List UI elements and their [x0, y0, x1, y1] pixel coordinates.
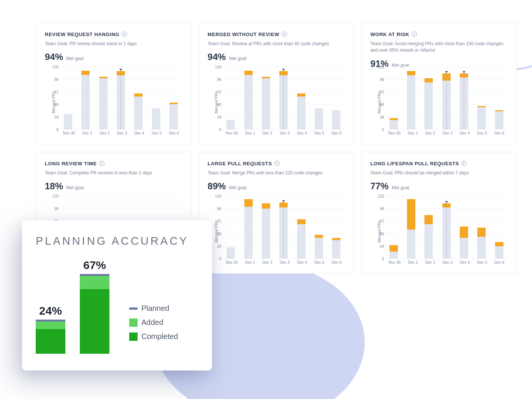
y-tick: 24	[376, 244, 384, 249]
bar	[390, 245, 398, 259]
marker-line	[283, 203, 284, 259]
bar-segment-hazard	[407, 199, 415, 230]
y-tick: 96	[213, 78, 221, 82]
card-title: LARGE PULL REQUESTS	[207, 161, 272, 166]
bars-row	[222, 196, 345, 259]
bar	[152, 108, 160, 130]
bar	[81, 71, 90, 130]
bar	[297, 93, 306, 130]
bar	[495, 242, 504, 259]
x-tick: Nov 30	[226, 130, 238, 137]
bar-segment-base	[407, 75, 415, 130]
metric-percent: 77%	[370, 181, 389, 192]
bar	[332, 110, 340, 130]
y-tick: 48	[376, 232, 384, 236]
legend-label: Completed	[141, 332, 178, 341]
info-icon[interactable]	[274, 161, 280, 166]
x-axis: Nov 30Dec 1Dec 2Dec 3Dec 4Dec 5Dec 6	[385, 130, 508, 137]
planning-stack	[36, 321, 65, 354]
card-metric: 18%Met goal	[45, 181, 182, 192]
metric-card: LARGE PULL REQUESTSTeam Goal: Merge PRs …	[199, 152, 354, 274]
planning-bar: 24%	[36, 304, 65, 354]
marker-line	[446, 203, 446, 259]
legend-swatch-completed	[129, 332, 138, 341]
legend-label: Added	[141, 318, 163, 327]
card-title: LONG REVIEW TIME	[45, 161, 97, 166]
bar	[315, 108, 323, 130]
y-tick: 48	[213, 103, 221, 107]
bar-segment-base	[407, 230, 415, 259]
y-tick: 24	[213, 244, 221, 249]
x-tick: Dec 6	[494, 259, 504, 266]
plot-area: 024487296120	[385, 67, 508, 130]
info-icon[interactable]	[122, 32, 127, 37]
info-icon[interactable]	[461, 161, 467, 166]
segment-added	[36, 321, 65, 329]
bar-segment-base	[332, 240, 340, 259]
card-subtitle: Team Goal: Review al PRs with more than …	[207, 41, 345, 47]
bar-segment-base	[262, 209, 270, 259]
bar	[442, 203, 451, 259]
bar-segment-base	[64, 114, 72, 130]
metric-label: Met goal	[229, 56, 246, 61]
y-tick: 120	[376, 194, 384, 198]
metric-label: Met goal	[229, 185, 246, 190]
card-title: WORK AT RISK	[370, 32, 410, 37]
bar-segment-base	[390, 252, 398, 259]
metric-percent: 94%	[207, 52, 226, 62]
plot-area: 024487296120	[222, 67, 345, 130]
bar-segment-base	[226, 247, 235, 259]
metric-card: REVIEW REQUEST HANGINGTeam Goal: PR revi…	[36, 23, 191, 144]
x-tick: Dec 3	[280, 130, 290, 137]
y-tick: 72	[213, 90, 221, 94]
marker-line	[446, 73, 446, 130]
bar-segment-hazard	[244, 71, 253, 75]
bar-segment-hazard	[262, 203, 270, 209]
metric-percent: 94%	[45, 52, 63, 62]
legend-row-added: Added	[129, 318, 178, 327]
bar	[99, 77, 108, 130]
plot-area: 024487296120	[59, 67, 182, 130]
card-subtitle: Team Goal: Avoid merging PRs with more t…	[370, 41, 508, 54]
y-tick: 0	[213, 128, 221, 132]
marker-line	[464, 73, 464, 130]
y-tick: 72	[50, 90, 59, 94]
bar-segment-base	[134, 97, 142, 130]
bar-segment-base	[315, 108, 323, 130]
segment-completed	[80, 289, 109, 354]
y-tick: 96	[50, 207, 59, 211]
planning-bar-pct: 24%	[39, 304, 62, 317]
metric-percent: 18%	[45, 181, 63, 192]
x-tick: Dec 3	[443, 259, 453, 266]
y-tick: 24	[376, 115, 384, 119]
legend-swatch-added	[129, 318, 138, 327]
bar-chart: Merged PRs024487296120Nov 30Dec 1Dec 2De…	[370, 196, 508, 266]
bar	[424, 78, 433, 130]
bar	[262, 203, 270, 259]
x-tick: Dec 1	[245, 130, 255, 137]
info-icon[interactable]	[99, 161, 104, 166]
metric-label: Met goal	[66, 185, 84, 190]
info-icon[interactable]	[282, 32, 287, 37]
info-icon[interactable]	[412, 32, 417, 37]
bar	[279, 71, 288, 130]
x-tick: Dec 4	[297, 130, 307, 137]
y-axis-label: Merged PRs	[214, 220, 219, 242]
bar	[407, 71, 415, 130]
planning-stack	[80, 276, 109, 354]
bar	[244, 71, 253, 130]
segment-added	[80, 276, 109, 289]
bar-segment-base	[315, 238, 323, 259]
card-subtitle: Team Goal: PR review should starts in 2 …	[45, 41, 182, 47]
bar-segment-hazard	[297, 219, 306, 225]
x-axis: Nov 30Dec 1Dec 2Dec 3Dec 4Dec 5Dec 6	[385, 259, 508, 266]
bar-segment-base	[424, 224, 433, 259]
bar	[297, 219, 306, 259]
y-tick: 0	[50, 128, 59, 132]
bar	[390, 118, 398, 130]
bar	[117, 71, 125, 130]
bar	[134, 93, 142, 130]
bar-segment-base	[297, 224, 306, 259]
x-tick: Nov 30	[388, 130, 401, 137]
bar-segment-base	[477, 107, 486, 130]
